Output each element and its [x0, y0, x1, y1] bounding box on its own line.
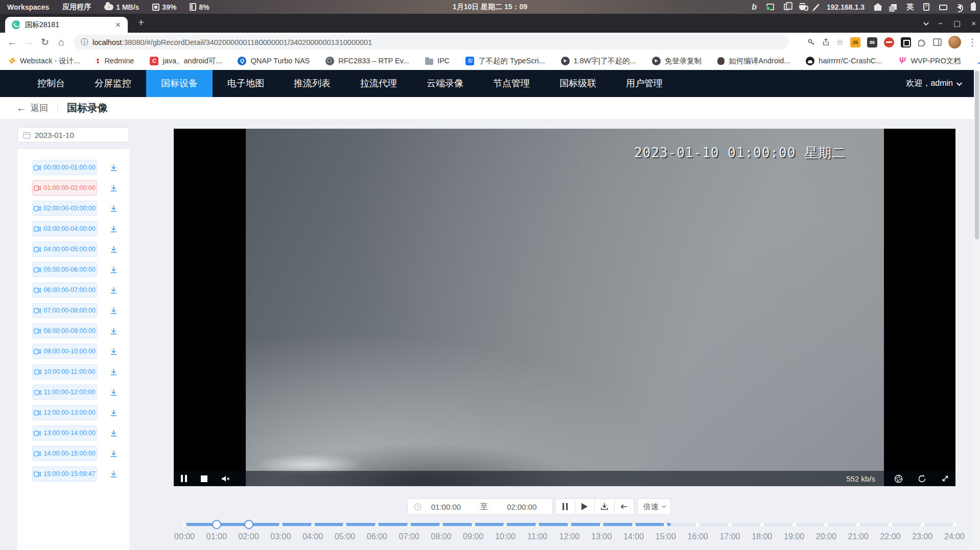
browser-menu-icon[interactable]: ⋮	[968, 37, 977, 48]
segment-download-button[interactable]	[109, 163, 118, 172]
cpu-usage-indicator[interactable]: 39%	[152, 3, 176, 11]
input-method-indicator[interactable]: 英	[906, 3, 914, 12]
video-player[interactable]: 2023-01-10 01:00:00 星期二 552 kb/s	[174, 129, 955, 486]
bookmark-item[interactable]: IPC	[425, 57, 450, 65]
scrollbar-track[interactable]	[974, 70, 980, 550]
volume-tray-icon[interactable]	[957, 5, 961, 10]
extension-dark-icon[interactable]: 86	[867, 37, 877, 47]
segment-button[interactable]: 12:00:00-13:00:00	[32, 405, 97, 420]
player-mute-button[interactable]	[221, 475, 230, 483]
back-button[interactable]: 返回	[31, 102, 48, 114]
window-maximize-button[interactable]: ▢	[953, 19, 961, 28]
nav-item[interactable]: 电子地图	[213, 70, 279, 97]
segment-button[interactable]: 10:00:00-11:00:00	[32, 364, 97, 379]
nav-item[interactable]: 推流列表	[279, 70, 345, 97]
browser-forward-button[interactable]: →	[20, 37, 37, 48]
tab-close-icon[interactable]: ×	[113, 20, 123, 30]
caffeine-tray-icon[interactable]	[799, 5, 806, 10]
nav-item[interactable]: 云端录像	[412, 70, 478, 97]
segment-download-button[interactable]	[109, 470, 118, 479]
window-close-button[interactable]: ×	[971, 19, 976, 28]
player-fullscreen-button[interactable]	[941, 474, 949, 483]
nav-item[interactable]: 控制台	[22, 70, 80, 97]
extension-blocker-icon[interactable]	[884, 37, 894, 47]
segment-download-button[interactable]	[109, 184, 118, 193]
scrollbar-thumb[interactable]	[975, 71, 979, 240]
bookmark-item[interactable]: hairrrrr/C-CrashC...	[806, 57, 882, 65]
segment-download-button[interactable]	[109, 225, 118, 233]
extension-black-icon[interactable]	[901, 37, 911, 47]
segment-download-button[interactable]	[109, 429, 118, 438]
tab-search-icon[interactable]	[923, 19, 929, 25]
timeline[interactable]: 00:0001:0002:0003:0004:0005:0006:0007:00…	[184, 518, 954, 548]
screenshot-tray-icon[interactable]	[766, 4, 774, 10]
bookmark-item[interactable]: 如何编译Android...	[717, 56, 790, 66]
pause-button[interactable]	[555, 498, 575, 515]
phone-link-tray-icon[interactable]	[923, 3, 929, 11]
segment-button[interactable]: 15:00:00-15:09:47	[32, 466, 97, 482]
nav-item[interactable]: 国标设备	[146, 70, 213, 97]
download-button[interactable]	[595, 498, 615, 515]
browser-tab[interactable]: 国标28181 ×	[5, 17, 128, 33]
extensions-puzzle-icon[interactable]	[918, 38, 926, 46]
applications-menu-button[interactable]: 应用程序	[62, 3, 91, 12]
bookmark-item[interactable]: 服务器 - 轻量应用...	[977, 56, 980, 66]
bookmark-item[interactable]: Redmine	[96, 57, 134, 65]
play-button[interactable]	[575, 498, 595, 515]
segment-download-button[interactable]	[109, 266, 118, 274]
segment-button[interactable]: 05:00:00-06:00:00	[32, 262, 97, 277]
segment-download-button[interactable]	[109, 388, 118, 397]
bookmark-star-icon[interactable]: ☆	[836, 37, 844, 47]
bookmark-item[interactable]: 1.8W字|了不起的...	[561, 56, 636, 66]
segment-button[interactable]: 00:00:00-01:00:00	[32, 160, 97, 175]
clipboard-tray-icon[interactable]	[784, 4, 789, 10]
bookmark-item[interactable]: RFC2833 – RTP Ev...	[325, 57, 409, 65]
segment-download-button[interactable]	[109, 286, 118, 295]
pen-tray-icon[interactable]	[813, 4, 820, 11]
end-time-value[interactable]: 02:00:00	[507, 503, 536, 511]
player-snapshot-button[interactable]	[894, 474, 903, 483]
side-panel-icon[interactable]	[933, 38, 942, 46]
windows-tray-icon[interactable]	[891, 4, 897, 10]
timeline-handle[interactable]	[212, 520, 221, 529]
segment-download-button[interactable]	[109, 409, 118, 417]
player-stop-button[interactable]	[201, 475, 207, 482]
back-arrow-icon[interactable]: ←	[16, 102, 27, 114]
segment-button[interactable]: 13:00:00-14:00:00	[32, 425, 97, 441]
bookmark-item[interactable]: Webstack - 设计...	[7, 56, 80, 66]
segment-download-button[interactable]	[109, 347, 118, 356]
workspaces-button[interactable]: Workspaces	[7, 3, 49, 11]
player-pause-button[interactable]	[181, 475, 187, 482]
segment-download-button[interactable]	[109, 245, 118, 254]
profile-avatar[interactable]	[948, 36, 961, 49]
time-range-input[interactable]: 01:00:00 至 02:00:00	[407, 498, 553, 515]
bookmark-item[interactable]: java、android可...	[150, 56, 222, 66]
segment-button[interactable]: 06:00:00-07:00:00	[32, 282, 97, 298]
ip-address-indicator[interactable]: 192.168.1.3	[827, 3, 865, 11]
extension-js-icon[interactable]: JS	[850, 37, 860, 47]
site-info-icon[interactable]: ⓘ	[81, 38, 88, 47]
browser-reload-button[interactable]: ↻	[37, 36, 53, 48]
date-picker-input[interactable]: 2023-01-10	[17, 127, 129, 142]
segment-button[interactable]: 14:00:00-15:00:00	[32, 446, 97, 461]
segment-button[interactable]: 07:00:00-08:00:00	[32, 303, 97, 318]
network-speed-indicator[interactable]: 1 MB/s	[104, 3, 139, 11]
nav-item[interactable]: 用户管理	[611, 70, 678, 97]
new-tab-button[interactable]: +	[134, 16, 148, 29]
bookmark-item[interactable]: 免登录复制	[652, 56, 702, 66]
timeline-handle[interactable]	[244, 520, 253, 529]
segment-download-button[interactable]	[109, 306, 118, 315]
bookmark-item[interactable]: 了不起的 TypeScri...	[465, 56, 545, 66]
speed-dropdown[interactable]: 倍速	[637, 498, 671, 515]
nav-item[interactable]: 节点管理	[478, 70, 545, 97]
player-refresh-button[interactable]	[918, 474, 926, 483]
segment-download-button[interactable]	[109, 368, 118, 376]
user-menu[interactable]: 欢迎，admin	[906, 78, 961, 89]
segment-button[interactable]: 01:00:00-02:00:00	[32, 180, 97, 196]
bing-tray-icon[interactable]: b	[752, 3, 757, 12]
segment-button[interactable]: 08:00:00-09:00:00	[32, 323, 97, 339]
segment-download-button[interactable]	[109, 449, 118, 458]
home-tray-icon[interactable]	[874, 6, 881, 11]
segment-button[interactable]: 11:00:00-12:00:00	[32, 385, 97, 400]
segment-download-button[interactable]	[109, 204, 118, 213]
